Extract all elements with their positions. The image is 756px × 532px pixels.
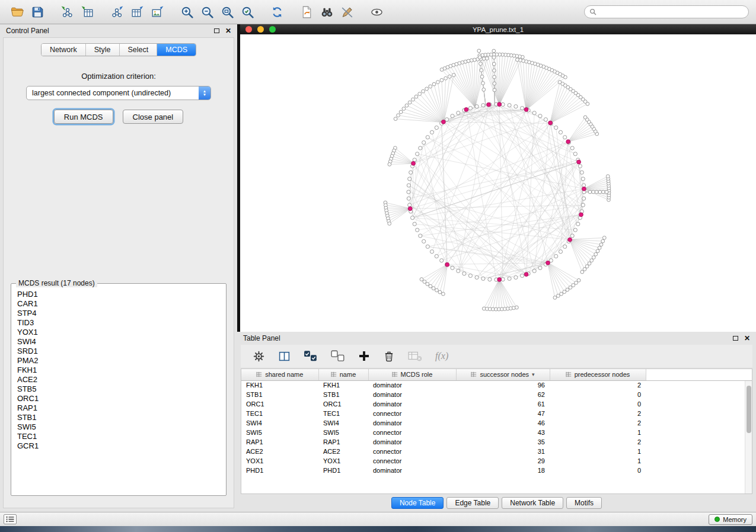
network-node[interactable] — [493, 69, 496, 72]
network-node[interactable] — [419, 234, 422, 238]
network-node[interactable] — [515, 306, 519, 309]
status-menu-button[interactable] — [4, 514, 17, 524]
dominator-node[interactable] — [568, 238, 572, 242]
network-node[interactable] — [407, 197, 410, 200]
network-node[interactable] — [516, 58, 519, 62]
network-node[interactable] — [532, 111, 536, 115]
float-panel-icon[interactable] — [214, 28, 219, 33]
network-node[interactable] — [578, 164, 582, 168]
column-header-predecessor-nodes[interactable]: predecessor nodes — [550, 369, 646, 380]
network-node[interactable] — [595, 190, 598, 194]
network-node[interactable] — [592, 190, 595, 194]
export-image-button[interactable] — [147, 2, 167, 21]
network-node[interactable] — [493, 82, 496, 85]
network-node[interactable] — [590, 259, 594, 262]
dominator-node[interactable] — [566, 140, 570, 144]
network-node[interactable] — [468, 107, 472, 110]
network-node[interactable] — [444, 76, 448, 80]
network-node[interactable] — [448, 75, 451, 78]
close-window-icon[interactable] — [245, 26, 252, 33]
mcds-result-item[interactable]: PMA2 — [17, 356, 225, 366]
zoom-fit-button[interactable] — [217, 2, 237, 21]
dominator-node[interactable] — [577, 160, 581, 164]
network-node[interactable] — [580, 171, 583, 174]
dominator-node[interactable] — [579, 213, 583, 217]
mcds-result-item[interactable]: FKH1 — [17, 366, 225, 375]
dominator-node[interactable] — [408, 207, 412, 211]
scrollbar-thumb[interactable] — [747, 386, 751, 433]
show-columns-button[interactable] — [278, 350, 291, 363]
network-node[interactable] — [492, 62, 496, 66]
network-node[interactable] — [475, 105, 479, 108]
network-node[interactable] — [481, 104, 485, 107]
run-mcds-button[interactable]: Run MCDS — [54, 110, 113, 124]
memory-button[interactable]: Memory — [709, 514, 752, 525]
mcds-result-item[interactable]: GCR1 — [17, 441, 225, 451]
network-node[interactable] — [416, 152, 419, 156]
network-node[interactable] — [582, 197, 586, 200]
mcds-result-item[interactable]: SWI4 — [17, 337, 225, 347]
network-node[interactable] — [388, 163, 391, 166]
network-node[interactable] — [462, 272, 466, 275]
network-node[interactable] — [468, 274, 472, 277]
network-node[interactable] — [588, 190, 592, 194]
network-node[interactable] — [477, 49, 481, 53]
network-node[interactable] — [492, 49, 496, 53]
network-node[interactable] — [596, 249, 599, 253]
clone-network-button[interactable] — [296, 2, 317, 21]
network-node[interactable] — [492, 56, 496, 59]
tab-network[interactable]: Network — [42, 44, 86, 56]
table-settings-button[interactable] — [253, 350, 265, 363]
tab-style[interactable]: Style — [86, 44, 120, 56]
network-node[interactable] — [418, 92, 422, 96]
function-builder-button[interactable]: f(x) — [435, 351, 448, 361]
find-button[interactable] — [317, 2, 337, 21]
network-node[interactable] — [426, 245, 429, 248]
network-node[interactable] — [563, 290, 566, 294]
network-node[interactable] — [432, 82, 436, 86]
network-node[interactable] — [602, 236, 606, 240]
network-node[interactable] — [583, 116, 587, 119]
mcds-result-item[interactable]: SRD1 — [17, 347, 225, 356]
table-row[interactable]: YOX1YOX1connector291 — [241, 456, 752, 466]
network-node[interactable] — [429, 284, 432, 288]
network-node[interactable] — [435, 289, 439, 292]
network-node[interactable] — [408, 177, 412, 181]
network-node[interactable] — [411, 216, 414, 220]
network-node[interactable] — [429, 85, 432, 88]
network-node[interactable] — [445, 118, 449, 121]
network-node[interactable] — [493, 88, 496, 92]
network-node[interactable] — [521, 107, 524, 110]
network-node[interactable] — [440, 259, 444, 262]
network-node[interactable] — [479, 62, 483, 66]
table-row[interactable]: ORC1ORC1dominator610 — [241, 399, 752, 409]
network-node[interactable] — [488, 278, 492, 281]
network-node[interactable] — [577, 278, 580, 282]
network-node[interactable] — [554, 126, 558, 129]
network-node[interactable] — [432, 287, 435, 290]
minimize-window-icon[interactable] — [257, 26, 264, 33]
network-node[interactable] — [606, 175, 610, 178]
mcds-result-item[interactable]: TEC1 — [17, 432, 225, 441]
mcds-result-item[interactable]: YOX1 — [17, 328, 225, 337]
mcds-result-item[interactable]: ORC1 — [17, 394, 225, 403]
network-node[interactable] — [409, 171, 413, 174]
dominator-node[interactable] — [487, 102, 491, 107]
zoom-selected-button[interactable] — [237, 2, 257, 21]
annotation-button[interactable] — [337, 2, 357, 21]
close-panel-button[interactable]: Close panel — [123, 110, 184, 124]
optimization-criterion-select[interactable]: largest connected component (undirected)… — [26, 86, 211, 100]
network-node[interactable] — [388, 222, 391, 226]
network-node[interactable] — [508, 277, 511, 280]
network-node[interactable] — [426, 283, 429, 286]
column-header-name[interactable]: name — [318, 369, 368, 380]
network-node[interactable] — [570, 146, 574, 150]
table-scrollbar[interactable] — [745, 381, 752, 493]
network-node[interactable] — [394, 117, 397, 121]
dominator-node[interactable] — [582, 187, 586, 191]
network-node[interactable] — [576, 222, 580, 226]
network-node[interactable] — [570, 234, 574, 238]
network-canvas[interactable] — [240, 34, 756, 332]
network-node[interactable] — [440, 78, 444, 82]
dominator-node[interactable] — [524, 108, 528, 112]
